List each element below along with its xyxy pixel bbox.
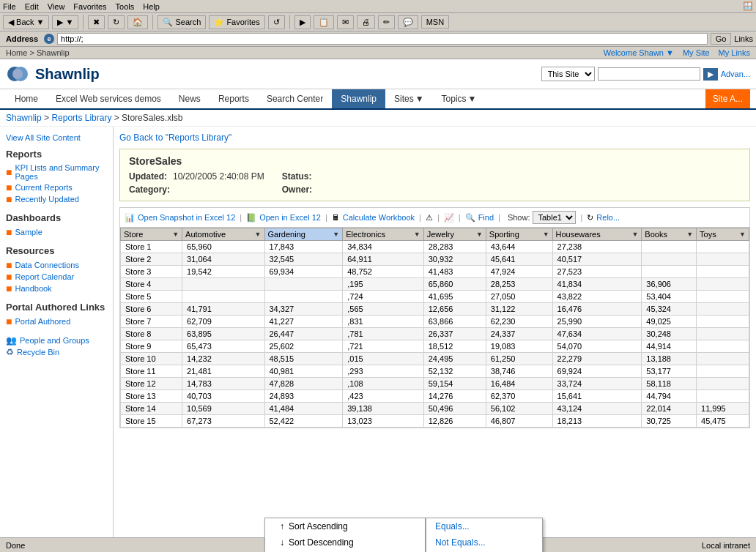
sample-link[interactable]: Sample	[15, 228, 42, 236]
col-books[interactable]: Books ▼	[642, 228, 697, 241]
jewelry-dropdown-icon[interactable]: ▼	[476, 231, 483, 238]
table-cell[interactable]: 59,154	[423, 378, 486, 390]
table-cell[interactable]: Store 11	[121, 365, 182, 378]
table-cell[interactable]: 43,124	[552, 403, 642, 415]
store-dropdown-icon[interactable]: ▼	[172, 231, 179, 238]
sort-descending-item[interactable]: ↓ Sort Descending	[265, 534, 425, 551]
find-button[interactable]: Find	[478, 213, 494, 222]
recently-updated-link[interactable]: Recently Updated	[15, 195, 78, 204]
table-cell[interactable]: 40,517	[552, 253, 642, 266]
refresh-button[interactable]: ↻	[108, 15, 125, 29]
table-cell[interactable]: 64,911	[343, 253, 423, 266]
col-jewelry[interactable]: Jewelry ▼	[423, 228, 486, 241]
table-cell[interactable]	[697, 340, 749, 353]
table-cell[interactable]: Store 9	[121, 340, 182, 353]
table-cell[interactable]: 34,327	[264, 303, 343, 316]
table-cell[interactable]: 41,227	[264, 316, 343, 328]
address-input[interactable]	[57, 33, 708, 45]
gardening-dropdown-icon[interactable]: ▼	[333, 231, 339, 238]
table-cell[interactable]	[697, 328, 749, 340]
table-cell[interactable]: 17,843	[264, 241, 343, 253]
open-snapshot-button[interactable]: Open Snapshot in Excel 12	[138, 213, 235, 222]
table-cell[interactable]: 62,709	[182, 316, 264, 328]
msn-button[interactable]: MSN	[421, 15, 449, 29]
sidebar-item-people-groups[interactable]: 👥 People and Groups	[6, 335, 107, 346]
table-cell[interactable]: 41,484	[264, 403, 343, 415]
table-cell[interactable]: Store 12	[121, 378, 182, 390]
sidebar-item-sample[interactable]: ■ Sample	[6, 226, 107, 238]
search-button[interactable]: ▶	[703, 68, 718, 81]
col-electronics[interactable]: Electronics ▼	[343, 228, 423, 241]
table-cell[interactable]: 62,230	[486, 316, 552, 328]
table-cell[interactable]: 62,370	[486, 390, 552, 403]
history-button[interactable]: 📋	[314, 15, 334, 29]
table-cell[interactable]: 19,542	[182, 266, 264, 278]
table-cell[interactable]: 46,807	[486, 415, 552, 428]
show-select[interactable]: Table1	[533, 211, 576, 224]
table-cell[interactable]	[697, 253, 749, 266]
table-cell[interactable]: 45,324	[642, 303, 697, 316]
table-cell[interactable]: 13,188	[642, 353, 697, 365]
table-cell[interactable]: 47,634	[552, 328, 642, 340]
open-excel-button[interactable]: Open in Excel 12	[259, 213, 321, 222]
recycle-bin-link[interactable]: Recycle Bin	[17, 348, 59, 357]
table-cell[interactable]: 18,512	[423, 340, 486, 353]
sidebar-item-current-reports[interactable]: ■ Current Reports	[6, 182, 107, 193]
table-cell[interactable]: ,015	[343, 353, 423, 365]
edit-toolbar-button[interactable]: ✏	[378, 15, 395, 29]
search-scope-select[interactable]: This Site	[541, 67, 595, 81]
table-cell[interactable]: 65,960	[182, 241, 264, 253]
table-cell[interactable]: Store 14	[121, 403, 182, 415]
books-dropdown-icon[interactable]: ▼	[686, 231, 693, 238]
table-cell[interactable]: 30,932	[423, 253, 486, 266]
col-housewares[interactable]: Housewares ▼	[552, 228, 642, 241]
menu-view[interactable]: View	[48, 2, 65, 11]
table-cell[interactable]: 63,895	[182, 328, 264, 340]
sidebar-item-handbook[interactable]: ■ Handbook	[6, 283, 107, 294]
view-all-content-link[interactable]: View All Site Content	[6, 133, 107, 143]
handbook-link[interactable]: Handbook	[15, 284, 51, 293]
table-cell[interactable]: Store 8	[121, 328, 182, 340]
table-cell[interactable]: 61,250	[486, 353, 552, 365]
electronics-dropdown-icon[interactable]: ▼	[414, 231, 420, 238]
table-cell[interactable]: 34,834	[343, 241, 423, 253]
table-cell[interactable]: Store 3	[121, 266, 182, 278]
table-cell[interactable]: 16,476	[552, 303, 642, 316]
table-cell[interactable]: 69,934	[264, 266, 343, 278]
table-cell[interactable]: 54,070	[552, 340, 642, 353]
table-cell[interactable]: 47,924	[486, 266, 552, 278]
table-cell[interactable]: 41,695	[423, 291, 486, 303]
table-cell[interactable]: ,721	[343, 340, 423, 353]
table-cell[interactable]: 58,118	[642, 378, 697, 390]
table-cell[interactable]: 45,641	[486, 253, 552, 266]
table-cell[interactable]	[697, 278, 749, 291]
table-cell[interactable]	[697, 316, 749, 328]
table-cell[interactable]: ,831	[343, 316, 423, 328]
menu-edit[interactable]: Edit	[25, 2, 39, 11]
nav-shawnlip[interactable]: Shawnlip	[332, 89, 385, 108]
refresh-toolbar-button[interactable]: ↺	[268, 15, 285, 29]
table-cell[interactable]: 12,826	[423, 415, 486, 428]
media-button[interactable]: ▶	[294, 15, 311, 29]
table-cell[interactable]: Store 10	[121, 353, 182, 365]
table-cell[interactable]: 48,515	[264, 353, 343, 365]
table-cell[interactable]: 43,644	[486, 241, 552, 253]
table-cell[interactable]: 22,014	[642, 403, 697, 415]
table-cell[interactable]: 14,276	[423, 390, 486, 403]
table-cell[interactable]: 39,138	[343, 403, 423, 415]
table-cell[interactable]: 53,177	[642, 365, 697, 378]
calculate-button[interactable]: Calculate Workbook	[343, 213, 415, 222]
table-cell[interactable]: 33,724	[552, 378, 642, 390]
my-site-link[interactable]: My Site	[683, 48, 710, 57]
sort-ascending-item[interactable]: ↑ Sort Ascending	[265, 518, 425, 534]
go-back-link[interactable]: Go Back to "Reports Library"	[119, 133, 750, 143]
table-cell[interactable]: Store 5	[121, 291, 182, 303]
table-cell[interactable]: 41,834	[552, 278, 642, 291]
table-cell[interactable]: 30,248	[642, 328, 697, 340]
data-connections-link[interactable]: Data Connections	[15, 261, 78, 269]
table-cell[interactable]: 65,473	[182, 340, 264, 353]
table-cell[interactable]: 40,981	[264, 365, 343, 378]
table-cell[interactable]: 19,083	[486, 340, 552, 353]
table-cell[interactable]: 63,866	[423, 316, 486, 328]
table-cell[interactable]: 15,641	[552, 390, 642, 403]
